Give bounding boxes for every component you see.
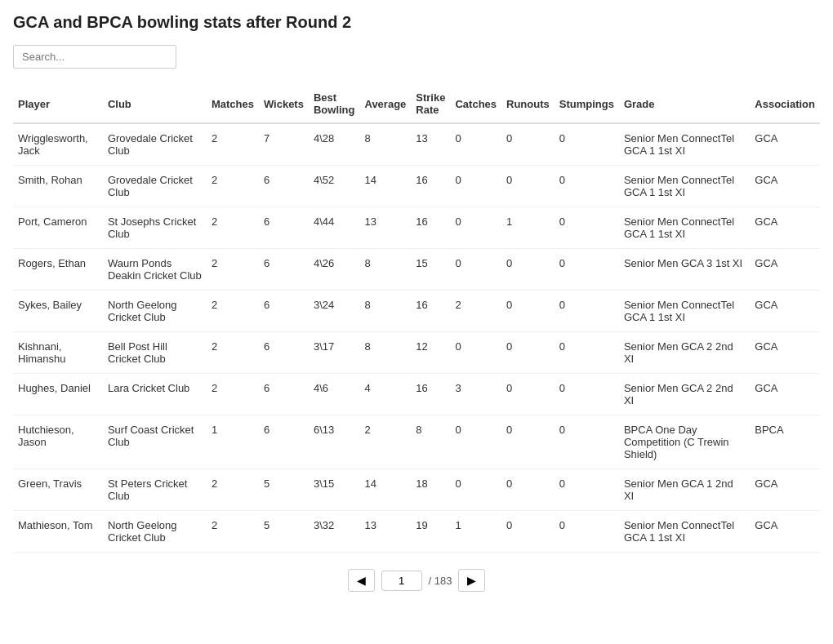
table-cell: 0 [555,511,619,553]
col-stumpings: Stumpings [555,85,619,123]
table-cell: Senior Men ConnectTel GCA 1 1st XI [619,291,750,332]
table-cell: 0 [450,123,501,166]
table-cell: 0 [501,123,555,166]
table-cell: 12 [411,332,450,374]
table-cell: 0 [501,374,555,415]
table-row: Sykes, BaileyNorth Geelong Cricket Club2… [13,291,820,332]
table-row: Port, CameronSt Josephs Cricket Club264\… [13,207,820,249]
table-cell: 18 [411,469,450,511]
table-cell: 6 [259,332,309,374]
table-cell: Surf Coast Cricket Club [103,415,207,469]
table-cell: Senior Men GCA 2 2nd XI [619,332,750,374]
table-cell: 0 [555,249,619,291]
table-cell: 3\24 [309,291,360,332]
table-cell: 0 [555,291,619,332]
next-page-button[interactable]: ▶ [458,569,485,592]
table-cell: Grovedale Cricket Club [103,123,207,166]
table-cell: 4 [359,374,411,415]
table-cell: 2 [450,291,501,332]
table-cell: 2 [207,332,259,374]
table-cell: St Josephs Cricket Club [103,207,207,249]
table-cell: 0 [555,415,619,469]
table-cell: 2 [207,511,259,553]
table-cell: 4\52 [309,166,360,207]
table-cell: 2 [207,374,259,415]
table-cell: GCA [750,249,820,291]
table-cell: 4\26 [309,249,360,291]
table-cell: 0 [555,207,619,249]
table-cell: 0 [555,374,619,415]
col-wickets: Wickets [259,85,309,123]
table-cell: 0 [450,332,501,374]
col-best-bowling: BestBowling [309,85,360,123]
table-cell: 3\17 [309,332,360,374]
table-cell: 3\15 [309,469,360,511]
table-cell: 8 [359,291,411,332]
table-cell: Senior Men ConnectTel GCA 1 1st XI [619,166,750,207]
table-cell: Senior Men ConnectTel GCA 1 1st XI [619,123,750,166]
col-association: Association [750,85,820,123]
table-cell: 1 [207,415,259,469]
table-cell: 6 [259,207,309,249]
table-cell: 3\32 [309,511,360,553]
table-cell: 6 [259,374,309,415]
table-cell: GCA [750,511,820,553]
table-cell: 2 [207,469,259,511]
table-cell: 0 [501,415,555,469]
search-container [13,45,820,69]
table-cell: 16 [411,374,450,415]
table-row: Smith, RohanGrovedale Cricket Club264\52… [13,166,820,207]
table-cell: 14 [359,469,411,511]
table-cell: Grovedale Cricket Club [103,166,207,207]
table-cell: 1 [501,207,555,249]
stats-table: Player Club Matches Wickets BestBowling … [13,85,820,553]
table-cell: 2 [207,123,259,166]
table-cell: 6\13 [309,415,360,469]
table-cell: Kishnani, Himanshu [13,332,103,374]
table-cell: 0 [555,123,619,166]
table-cell: 5 [259,511,309,553]
table-cell: 1 [450,511,501,553]
table-cell: 0 [450,166,501,207]
pagination: ◀ / 183 ▶ [13,569,820,592]
table-cell: 0 [555,332,619,374]
table-cell: 8 [359,332,411,374]
table-cell: North Geelong Cricket Club [103,511,207,553]
table-cell: 2 [359,415,411,469]
table-row: Wrigglesworth, JackGrovedale Cricket Clu… [13,123,820,166]
col-matches: Matches [207,85,259,123]
table-cell: 3 [450,374,501,415]
page-total: / 183 [429,575,452,587]
table-cell: 0 [450,415,501,469]
search-input[interactable] [13,45,176,69]
table-cell: Senior Men ConnectTel GCA 1 1st XI [619,207,750,249]
table-cell: GCA [750,374,820,415]
table-cell: 8 [359,123,411,166]
table-cell: 0 [501,511,555,553]
table-cell: GCA [750,166,820,207]
table-cell: Senior Men GCA 3 1st XI [619,249,750,291]
table-cell: 6 [259,415,309,469]
prev-page-button[interactable]: ◀ [348,569,375,592]
table-row: Kishnani, HimanshuBell Post Hill Cricket… [13,332,820,374]
table-cell: BPCA [750,415,820,469]
table-row: Hutchieson, JasonSurf Coast Cricket Club… [13,415,820,469]
table-header-row: Player Club Matches Wickets BestBowling … [13,85,820,123]
table-row: Rogers, EthanWaurn Ponds Deakin Cricket … [13,249,820,291]
table-cell: 6 [259,166,309,207]
table-cell: Port, Cameron [13,207,103,249]
col-strike-rate: StrikeRate [411,85,450,123]
table-cell: 16 [411,207,450,249]
table-cell: 5 [259,469,309,511]
table-cell: Green, Travis [13,469,103,511]
page-input[interactable] [381,571,422,591]
table-cell: 2 [207,291,259,332]
table-cell: 15 [411,249,450,291]
table-cell: 4\44 [309,207,360,249]
table-cell: BPCA One Day Competition (C Trewin Shiel… [619,415,750,469]
table-cell: 13 [359,207,411,249]
table-cell: 16 [411,166,450,207]
table-cell: Sykes, Bailey [13,291,103,332]
table-cell: GCA [750,469,820,511]
col-average: Average [359,85,411,123]
